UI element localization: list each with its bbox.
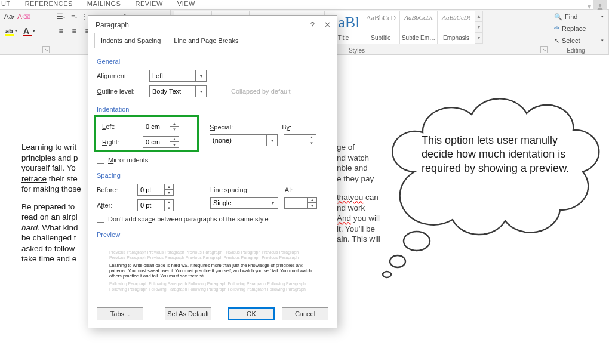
before-input[interactable]: ▲▼ [137,184,174,196]
chevron-down-icon: ▾ [196,70,207,82]
by-input[interactable]: ▲▼ [284,134,316,146]
ok-button[interactable]: OK [228,307,275,320]
line-spacing-label: Line spacing: [210,186,249,193]
chevron-down-icon: ▾ [267,197,278,209]
outline-select[interactable]: ▾ [149,85,207,97]
after-input[interactable]: ▲▼ [137,199,174,211]
dont-add-space-checkbox[interactable]: Don't add space between paragraphs of th… [97,215,328,223]
before-label: Before: [97,186,131,193]
line-spacing-select[interactable]: ▾ [210,197,278,209]
style-item[interactable]: AaBbCcDtSubtle Em… [399,11,438,44]
select-button[interactable]: ↖Select▾ [553,35,605,47]
svg-point-0 [599,4,602,7]
dialog-title: Paragraph [96,21,129,29]
cursor-icon: ↖ [554,37,559,45]
align-center-icon[interactable]: ≡ [68,25,80,37]
dialog-launcher-icon[interactable]: ↘ [42,46,50,53]
paragraph-dialog: Paragraph ? ✕ Indents and Spacing Line a… [88,15,337,328]
clear-format-icon[interactable]: A⌫ [18,11,30,23]
tabs-button[interactable]: Tabs... [97,307,143,320]
font-color-button[interactable]: A▾ [21,25,37,37]
alignment-label: Alignment: [97,72,143,79]
indent-right-label: Right: [102,138,137,146]
section-indentation: Indentation [97,106,328,113]
outline-label: Outline level: [97,88,143,95]
bullet-list-icon[interactable]: ☰▾ [55,11,67,23]
indent-left-label: Left: [102,123,137,130]
cancel-button[interactable]: Cancel [282,307,328,320]
section-spacing: Spacing [97,172,328,179]
style-item[interactable]: AaBbCcDtEmphasis [437,11,475,44]
number-list-icon[interactable]: ≡▾ [68,11,80,23]
replace-button[interactable]: ᵃᵇReplace [553,23,605,35]
gallery-scroll[interactable]: ▲▼▾ [475,11,483,44]
preview-pane: Previous Paragraph Previous Paragraph Pr… [97,243,328,294]
replace-icon: ᵃᵇ [554,25,559,33]
ribbon-tab[interactable]: REVIEW [135,0,162,7]
change-case-icon[interactable]: Aa▾ [4,11,16,23]
chevron-down-icon: ▾ [196,85,207,97]
ribbon-tab[interactable]: UT [1,0,11,7]
ribbon-tab[interactable]: MAILINGS [87,0,121,7]
special-label: Special: [210,124,233,131]
special-select[interactable]: ▾ [210,134,278,146]
callout-text: This option lets user manully decide how… [422,134,574,175]
collapsed-checkbox: Collapsed by default [220,88,291,95]
alignment-select[interactable]: ▾ [149,70,207,82]
callout-cloud: This option lets user manully decide how… [379,76,605,279]
ribbon-tab[interactable]: REFERENCES [25,0,73,7]
svg-point-1 [404,232,430,251]
search-icon: 🔍 [554,13,562,21]
dialog-launcher-icon[interactable]: ↘ [540,46,548,53]
align-left-icon[interactable]: ≡ [55,25,67,37]
set-default-button[interactable]: Set As Default [165,307,211,320]
svg-point-3 [383,272,391,277]
dialog-tabs: Indents and Spacing Line and Page Breaks [94,33,331,48]
indentation-highlight: Left: ▲▼ Right: ▲▼ [94,115,199,152]
indent-left-input[interactable]: ▲▼ [143,121,179,132]
highlight-color-button[interactable]: ab▾ [4,25,19,37]
close-icon[interactable]: ✕ [324,20,331,29]
chevron-down-icon: ▾ [267,134,278,146]
font-group: Aa▾ A⌫ ab▾ A▾ ↘ [0,10,51,54]
tab-line-page-breaks[interactable]: Line and Page Breaks [167,33,245,48]
section-preview: Preview [97,231,328,238]
at-input[interactable]: ▲▼ [284,197,317,209]
after-label: After: [97,202,131,209]
style-item[interactable]: AaBbCcDSubtitle [362,11,400,44]
indent-right-input[interactable]: ▲▼ [143,136,179,148]
editing-group: 🔍Find▾ ᵃᵇReplace ↖Select▾ Editing [549,10,609,54]
svg-point-2 [390,255,405,267]
tab-indents-spacing[interactable]: Indents and Spacing [94,33,167,48]
find-button[interactable]: 🔍Find▾ [553,11,605,23]
group-label: Editing [549,47,602,54]
mirror-indents-checkbox[interactable]: Mirror indents [97,156,328,164]
help-icon[interactable]: ? [310,20,315,29]
ribbon-tabs: UT REFERENCES MAILINGS REVIEW VIEW [0,0,609,9]
at-label: At: [285,186,293,193]
ribbon-tab[interactable]: VIEW [177,0,195,7]
section-general: General [97,58,328,65]
by-label: By: [282,124,291,131]
